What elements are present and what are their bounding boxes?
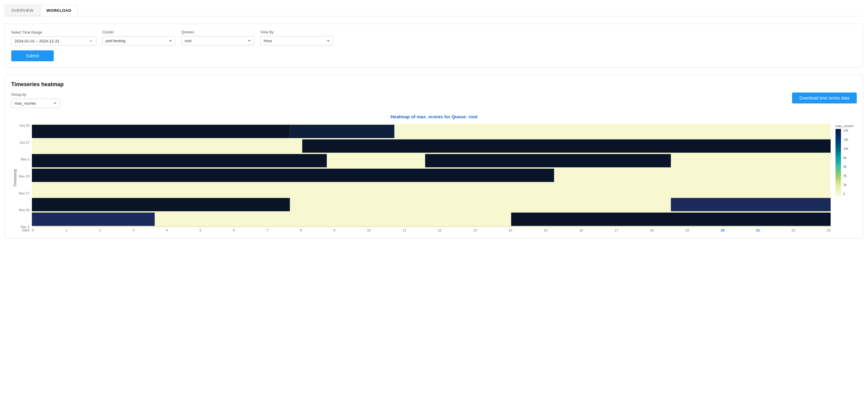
x-tick-1: 1 (65, 229, 67, 232)
svg-rect-17 (155, 213, 511, 226)
x-tick-10: 10 (367, 229, 371, 232)
svg-rect-1 (32, 125, 290, 138)
y-axis-ticks: Oct 20 Oct 27 Nov 3 Nov 10 Nov 17 Nov 24… (17, 124, 32, 232)
y-tick-oct27: Oct 27 (17, 141, 29, 144)
legend-label-10k: 10k (843, 147, 848, 150)
x-tick-19: 19 (685, 229, 689, 232)
legend-color-bar (836, 129, 841, 196)
x-tick-13: 13 (473, 229, 477, 232)
x-tick-23: 23 (827, 229, 831, 232)
y-tick-nov3: Nov 3 (17, 158, 29, 161)
heatmap-section-title: Timeseries heatmap (11, 81, 857, 88)
x-tick-0: 0 (32, 229, 34, 232)
x-tick-7: 7 (266, 229, 268, 232)
svg-rect-6 (32, 154, 327, 168)
submit-button[interactable]: Submit (11, 50, 54, 61)
x-tick-17: 17 (615, 229, 618, 232)
heatmap-controls-row: Group by max_vcores Download time series… (11, 93, 857, 108)
tab-workload[interactable]: WORKLOAD (40, 5, 78, 16)
queues-group: Queues root (181, 30, 254, 45)
x-tick-15: 15 (544, 229, 548, 232)
svg-rect-12 (32, 183, 831, 197)
svg-rect-11 (554, 169, 831, 182)
x-tick-14: 14 (508, 229, 512, 232)
legend-label-14k: 14k (843, 129, 848, 132)
y-axis-label: Timestamp (11, 124, 17, 232)
legend-area: max_vcores 14k 12k 10k 8k 6k 4k 2k 0 (836, 124, 857, 232)
page-container: OVERVIEW WORKLOAD Select Time Range × Cl… (0, 0, 868, 415)
view-by-group: View By Hour (260, 30, 333, 45)
x-tick-8: 8 (300, 229, 302, 232)
x-tick-6: 6 (233, 229, 235, 232)
controls-row: Select Time Range × Cluster pref-testing… (11, 30, 857, 45)
x-tick-21: 21 (756, 229, 760, 232)
view-by-label: View By (260, 30, 333, 34)
queues-select[interactable]: root (181, 36, 254, 45)
x-tick-18: 18 (650, 229, 654, 232)
x-tick-11: 11 (402, 229, 406, 232)
tabs-bar: OVERVIEW WORKLOAD (5, 5, 863, 16)
cluster-group: Cluster pref-testing (102, 30, 175, 45)
heatmap-section: Timeseries heatmap Group by max_vcores D… (5, 75, 863, 238)
svg-rect-13 (32, 198, 290, 211)
y-tick-nov24: Nov 24 (17, 208, 29, 212)
download-button[interactable]: Download time series data (792, 93, 857, 103)
svg-rect-16 (32, 213, 155, 226)
chart-title: Heatmap of max_vcores for Queue: root (11, 114, 857, 119)
queues-label: Queues (181, 30, 254, 34)
y-tick-oct20: Oct 20 (17, 124, 29, 128)
svg-rect-2 (290, 125, 395, 138)
svg-rect-10 (32, 169, 554, 182)
legend-labels: 14k 12k 10k 8k 6k 4k 2k 0 (843, 129, 848, 196)
heatmap-wrapper: Timestamp Oct 20 Oct 27 Nov 3 Nov 10 Nov… (11, 124, 857, 232)
legend-label-12k: 12k (843, 138, 848, 141)
group-by-label: Group by (11, 93, 60, 97)
tab-overview[interactable]: OVERVIEW (5, 5, 40, 16)
heatmap-grid-area: 0 1 2 3 4 5 6 7 8 9 10 11 12 13 (32, 124, 831, 232)
svg-rect-3 (395, 125, 831, 138)
svg-rect-8 (425, 154, 671, 168)
heatmap-chart-container: Heatmap of max_vcores for Queue: root Ti… (11, 114, 857, 232)
view-by-select[interactable]: Hour (260, 36, 333, 45)
legend-label-6k: 6k (843, 165, 848, 168)
x-tick-9: 9 (334, 229, 335, 232)
svg-rect-7 (327, 154, 425, 168)
controls-section: Select Time Range × Cluster pref-testing… (5, 24, 863, 68)
time-range-clear-button[interactable]: × (89, 38, 93, 43)
x-tick-5: 5 (199, 229, 202, 232)
legend-row: 14k 12k 10k 8k 6k 4k 2k 0 (836, 129, 848, 196)
svg-rect-18 (511, 213, 831, 226)
time-range-input[interactable] (14, 39, 89, 43)
group-by-select[interactable]: max_vcores (11, 99, 60, 108)
time-range-group: Select Time Range × (11, 30, 96, 45)
x-tick-20: 20 (721, 229, 724, 232)
x-tick-12: 12 (438, 229, 441, 232)
x-tick-16: 16 (579, 229, 583, 232)
legend-title: max_vcores (836, 124, 854, 128)
y-tick-nov17: Nov 17 (17, 192, 29, 195)
time-range-input-wrapper[interactable]: × (11, 36, 96, 45)
svg-rect-5 (302, 139, 831, 152)
svg-rect-14 (290, 198, 671, 211)
legend-label-2k: 2k (843, 183, 848, 186)
svg-rect-9 (671, 154, 831, 168)
x-tick-2: 2 (99, 229, 101, 232)
legend-label-0: 0 (843, 192, 848, 196)
svg-rect-15 (671, 198, 831, 211)
legend-label-8k: 8k (843, 156, 848, 160)
cluster-select[interactable]: pref-testing (102, 36, 175, 45)
heatmap-svg (32, 124, 831, 227)
group-by-control: Group by max_vcores (11, 93, 60, 108)
x-tick-22: 22 (792, 229, 795, 232)
legend-label-4k: 4k (843, 174, 848, 177)
y-tick-nov10: Nov 10 (17, 175, 29, 178)
x-tick-4: 4 (166, 229, 168, 232)
time-range-label: Select Time Range (11, 30, 96, 35)
svg-rect-4 (32, 139, 302, 152)
x-tick-3: 3 (132, 229, 134, 232)
cluster-label: Cluster (102, 30, 175, 34)
y-tick-dec1: Dec 12024 (17, 226, 29, 232)
